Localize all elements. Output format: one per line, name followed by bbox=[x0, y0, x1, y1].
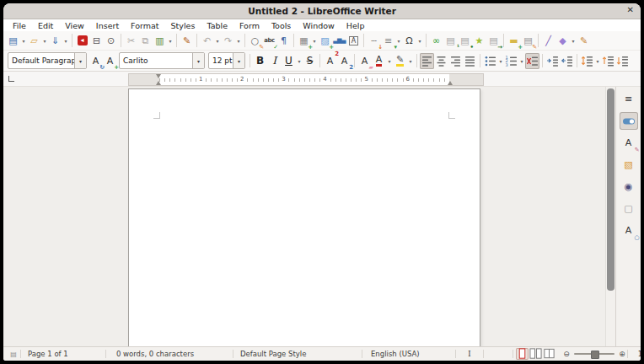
redo[interactable]: ↷ bbox=[221, 33, 235, 49]
insert-bookmark[interactable]: ★ bbox=[472, 33, 486, 49]
view-single-page[interactable] bbox=[516, 348, 529, 360]
font-size-combobox[interactable]: 12 pt▾ bbox=[208, 52, 245, 69]
new-style[interactable]: A+ bbox=[103, 53, 117, 69]
insert-special-character-dropdown[interactable]: ▾ bbox=[416, 38, 423, 44]
undo[interactable]: ↶ bbox=[200, 33, 214, 49]
save-dropdown[interactable]: ▾ bbox=[62, 38, 69, 44]
font-color[interactable]: A bbox=[372, 53, 386, 69]
superscript[interactable]: A2 bbox=[323, 53, 337, 69]
vertical-scrollbar-thumb[interactable] bbox=[607, 88, 614, 291]
paragraph-style-combobox[interactable]: Default Paragraph Style▾ bbox=[8, 52, 87, 69]
insert-field[interactable]: ≡▾ bbox=[381, 33, 395, 49]
align-justified[interactable] bbox=[463, 53, 477, 69]
highlighting-color[interactable]: ✎ bbox=[393, 53, 407, 69]
basic-shapes[interactable]: ◆ bbox=[555, 33, 570, 49]
insert-image[interactable]: ▨+ bbox=[318, 33, 332, 49]
first-line-indent-marker[interactable] bbox=[156, 74, 161, 78]
titlebar[interactable]: Untitled 2 - LibreOffice Writer ✕ bbox=[3, 3, 641, 19]
styles-deck[interactable]: A✎ bbox=[620, 134, 638, 152]
vertical-scrollbar[interactable] bbox=[605, 87, 615, 346]
menu-form[interactable]: Form bbox=[233, 21, 266, 30]
new-document-dropdown[interactable]: ▾ bbox=[20, 38, 27, 44]
new-document[interactable]: ▤ bbox=[6, 33, 20, 49]
update-style[interactable]: A↻ bbox=[89, 53, 103, 69]
insert-line[interactable]: ╱ bbox=[541, 33, 555, 49]
clone-formatting[interactable]: ✎ bbox=[180, 33, 194, 49]
cut[interactable]: ✂ bbox=[124, 33, 138, 49]
view-multi-page[interactable] bbox=[529, 348, 542, 360]
ruler-active-area[interactable]: 123456 bbox=[159, 74, 449, 85]
bold[interactable]: B bbox=[253, 53, 267, 69]
left-indent-marker[interactable] bbox=[156, 81, 161, 85]
underline[interactable]: U bbox=[282, 53, 296, 69]
decrease-paragraph-spacing[interactable] bbox=[615, 53, 630, 69]
menu-format[interactable]: Format bbox=[125, 21, 164, 30]
save[interactable]: ⇓ bbox=[48, 33, 62, 49]
menu-table[interactable]: Table bbox=[201, 21, 233, 30]
spelling-check[interactable]: abc✓ bbox=[262, 33, 276, 49]
style-inspector-deck[interactable]: A○ bbox=[620, 222, 638, 239]
underline-dropdown[interactable]: ▾ bbox=[296, 58, 303, 64]
basic-shapes-dropdown[interactable]: ▾ bbox=[570, 38, 577, 44]
find-and-replace[interactable]: ○✎ bbox=[248, 33, 262, 49]
language-status[interactable]: English (USA) bbox=[362, 350, 455, 358]
align-center[interactable] bbox=[434, 53, 448, 69]
document-page[interactable] bbox=[128, 88, 480, 346]
insert-cross-reference[interactable]: ▤→ bbox=[486, 33, 501, 49]
insert-chart[interactable]: ▃▆▄ bbox=[332, 33, 346, 49]
subscript[interactable]: A2 bbox=[337, 53, 352, 69]
zoom-out-button[interactable]: ⊖ bbox=[561, 350, 572, 358]
align-right[interactable] bbox=[448, 53, 463, 69]
insert-field-dropdown[interactable]: ▾ bbox=[395, 38, 402, 44]
undo-dropdown[interactable]: ▾ bbox=[214, 38, 221, 44]
ordered-list-dropdown[interactable]: ▾ bbox=[518, 58, 525, 64]
horizontal-ruler[interactable]: 123456 bbox=[128, 73, 484, 86]
highlighting-color-dropdown[interactable]: ▾ bbox=[407, 58, 414, 64]
export-pdf[interactable]: ◂ bbox=[75, 33, 89, 49]
redo-dropdown[interactable]: ▾ bbox=[235, 38, 242, 44]
unordered-list-dropdown[interactable]: ▾ bbox=[497, 58, 504, 64]
insert-endnote[interactable]: ▤• bbox=[458, 33, 472, 49]
menu-help[interactable]: Help bbox=[341, 21, 371, 30]
paste[interactable]: ▥ bbox=[153, 33, 167, 49]
unordered-list[interactable] bbox=[483, 53, 497, 69]
insert-table[interactable]: ▦+ bbox=[297, 33, 311, 49]
italic[interactable]: I bbox=[267, 53, 282, 69]
tab-stop-selector-icon[interactable] bbox=[8, 76, 14, 82]
insert-page-break[interactable]: ┄↓ bbox=[367, 33, 381, 49]
close-button[interactable]: ✕ bbox=[627, 5, 634, 14]
font-size-dropdown[interactable]: ▾ bbox=[233, 53, 244, 68]
sidebar-settings[interactable]: ≡ bbox=[620, 90, 638, 108]
zoom-slider-thumb[interactable] bbox=[591, 351, 599, 359]
open-file[interactable]: ▱ bbox=[27, 33, 41, 49]
show-draw-functions[interactable]: ✎ bbox=[577, 33, 591, 49]
insert-special-character[interactable]: Ω bbox=[402, 33, 416, 49]
insert-hyperlink[interactable]: ∞ bbox=[429, 33, 443, 49]
selection-mode-status[interactable]: I bbox=[456, 350, 483, 358]
menu-view[interactable]: View bbox=[59, 21, 90, 30]
navigator-deck[interactable]: ◉ bbox=[620, 178, 638, 195]
view-book[interactable] bbox=[543, 348, 555, 360]
insert-comment[interactable]: ▬+ bbox=[507, 33, 521, 49]
menu-edit[interactable]: Edit bbox=[32, 21, 59, 30]
ordered-list[interactable]: 123 bbox=[504, 53, 518, 69]
paragraph-style-dropdown[interactable]: ▾ bbox=[74, 53, 86, 68]
insert-text-box[interactable]: A bbox=[346, 33, 361, 49]
page-deck[interactable]: ▢ bbox=[620, 200, 638, 217]
formatting-marks[interactable]: ¶ bbox=[276, 33, 291, 49]
insert-footnote[interactable]: ▤¹ bbox=[443, 33, 458, 49]
open-file-dropdown[interactable]: ▾ bbox=[41, 38, 48, 44]
right-indent-marker[interactable] bbox=[448, 81, 453, 85]
copy[interactable]: ⧉ bbox=[138, 33, 153, 49]
strikethrough[interactable]: S bbox=[303, 53, 317, 69]
menu-styles[interactable]: Styles bbox=[165, 21, 201, 30]
no-list[interactable] bbox=[525, 53, 539, 69]
font-name-combobox[interactable]: Carlito▾ bbox=[119, 52, 205, 69]
page-number-status[interactable]: Page 1 of 1 bbox=[21, 350, 105, 358]
line-spacing-dropdown[interactable]: ▾ bbox=[594, 58, 601, 64]
menu-file[interactable]: File bbox=[7, 21, 32, 30]
zoom-level[interactable]: 100% bbox=[627, 350, 641, 358]
insert-table-dropdown[interactable]: ▾ bbox=[311, 38, 318, 44]
paste-dropdown[interactable]: ▾ bbox=[167, 38, 174, 44]
increase-indent[interactable] bbox=[545, 53, 560, 69]
